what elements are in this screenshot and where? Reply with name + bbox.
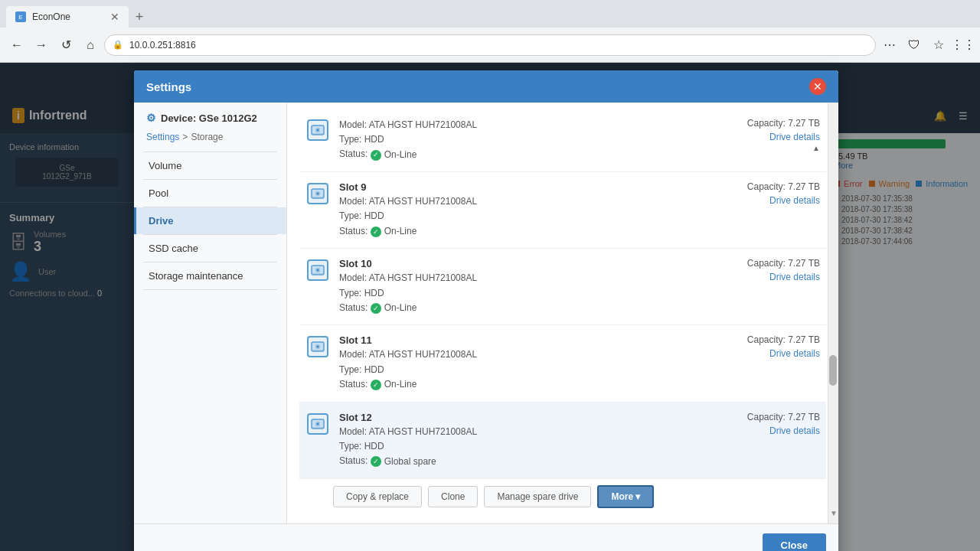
svg-point-2 — [317, 129, 318, 131]
svg-rect-19 — [312, 427, 323, 428]
status-badge: ✓ On-Line — [371, 301, 417, 315]
browser-tab-active[interactable]: E EconOne ✕ — [6, 6, 129, 28]
drive-detail-3: Model: ATA HGST HUH721008ALType: HDDStat… — [339, 347, 719, 392]
drive-details-link-0[interactable]: Drive details — [728, 132, 820, 142]
modal-device-title: ⚙ Device: GSe 1012G2 — [134, 103, 286, 129]
breadcrumb: Settings > Storage — [134, 129, 286, 152]
address-bar[interactable]: 🔒 10.0.0.251:8816 — [104, 34, 876, 56]
status-dot-icon: ✓ — [371, 380, 381, 390]
breadcrumb-settings[interactable]: Settings — [146, 132, 179, 142]
drive-info-0: Model: ATA HGST HUH721008ALType: HDDStat… — [339, 118, 719, 162]
capacity-text-4: Capacity: 7.27 TB — [728, 412, 820, 422]
drive-item-4[interactable]: Slot 12Model: ATA HGST HUH721008ALType: … — [299, 403, 826, 479]
drive-detail-1: Model: ATA HGST HUH721008ALType: HDDStat… — [339, 194, 719, 239]
browser-toolbar: ← → ↺ ⌂ 🔒 10.0.0.251:8816 ⋯ 🛡 ☆ ⋮⋮ — [0, 28, 980, 63]
drive-slot-label-3: Slot 11 — [339, 334, 719, 346]
status-dot-icon: ✓ — [371, 150, 381, 161]
action-btn-3[interactable]: More ▾ — [597, 485, 654, 508]
address-text: 10.0.0.251:8816 — [129, 40, 196, 51]
action-row: Copy & replaceCloneManage spare driveMor… — [333, 479, 826, 511]
drive-info-4: Slot 12Model: ATA HGST HUH721008ALType: … — [339, 412, 719, 469]
tab-close-icon[interactable]: ✕ — [110, 11, 119, 23]
drive-icon-0 — [305, 118, 330, 142]
modal-header: Settings ✕ — [134, 70, 838, 103]
browser-toolbar-right: ⋯ 🛡 ☆ ⋮⋮ — [879, 34, 974, 56]
drive-detail-0: Model: ATA HGST HUH721008ALType: HDDStat… — [339, 118, 719, 162]
drive-capacity-4: Capacity: 7.27 TBDrive details — [728, 412, 820, 436]
drive-detail-2: Model: ATA HGST HUH721008ALType: HDDStat… — [339, 271, 719, 315]
status-badge: ✓ On-Line — [371, 377, 417, 392]
sidebar-divider-6 — [143, 289, 277, 290]
drive-detail-4: Model: ATA HGST HUH721008ALType: HDDStat… — [339, 425, 719, 469]
svg-rect-3 — [312, 133, 323, 134]
browser-menu-icon[interactable]: ⋮⋮ — [952, 34, 974, 56]
action-btn-1[interactable]: Clone — [428, 486, 478, 507]
modal-main-content: Model: ATA HGST HUH721008ALType: HDDStat… — [287, 103, 838, 523]
collapse-icon-0[interactable] — [728, 142, 820, 153]
sidebar-item-drive[interactable]: Drive — [134, 207, 286, 234]
close-button[interactable]: Close — [763, 533, 826, 551]
sidebar-item-pool[interactable]: Pool — [134, 180, 286, 207]
svg-rect-11 — [312, 273, 323, 274]
modal-sidebar: ⚙ Device: GSe 1012G2 Settings > Storage … — [134, 103, 287, 523]
sidebar-item-ssdcache[interactable]: SSD cache — [134, 235, 286, 262]
dropdown-arrow-icon: ▾ — [635, 491, 640, 502]
scroll-thumb[interactable] — [829, 355, 837, 386]
modal-body: ⚙ Device: GSe 1012G2 Settings > Storage … — [134, 103, 838, 523]
hdd-disk-icon — [307, 336, 328, 357]
tab-favicon: E — [15, 11, 26, 22]
gear-icon: ⚙ — [146, 112, 156, 124]
extensions-icon[interactable]: ⋯ — [879, 34, 900, 56]
forward-button[interactable]: → — [31, 34, 52, 56]
shield-icon[interactable]: 🛡 — [903, 34, 925, 56]
browser-chrome: E EconOne ✕ + ← → ↺ ⌂ 🔒 10.0.0.251:8816 … — [0, 0, 980, 63]
svg-point-10 — [317, 269, 318, 271]
home-button[interactable]: ⌂ — [80, 34, 101, 56]
action-btn-0[interactable]: Copy & replace — [333, 486, 422, 507]
drive-item-0[interactable]: Model: ATA HGST HUH721008ALType: HDDStat… — [299, 109, 826, 172]
drive-slot-label-1: Slot 9 — [339, 181, 719, 193]
drive-slot-label-4: Slot 12 — [339, 412, 719, 423]
refresh-button[interactable]: ↺ — [55, 34, 77, 56]
drive-details-link-3[interactable]: Drive details — [728, 348, 820, 359]
sidebar-item-storage-maintenance[interactable]: Storage maintenance — [134, 262, 286, 289]
capacity-text-0: Capacity: 7.27 TB — [728, 118, 820, 129]
status-badge: ✓ On-Line — [371, 224, 417, 239]
breadcrumb-separator: > — [182, 132, 188, 142]
drive-item-1[interactable]: Slot 9Model: ATA HGST HUH721008ALType: H… — [299, 172, 826, 249]
drive-item-2[interactable]: Slot 10Model: ATA HGST HUH721008ALType: … — [299, 249, 826, 325]
star-icon[interactable]: ☆ — [928, 34, 949, 56]
scroll-track[interactable]: ▼ — [828, 103, 838, 523]
drive-item-3[interactable]: Slot 11Model: ATA HGST HUH721008ALType: … — [299, 325, 826, 402]
capacity-text-3: Capacity: 7.27 TB — [728, 334, 820, 345]
svg-point-14 — [317, 346, 318, 347]
hdd-disk-icon — [307, 413, 328, 435]
new-tab-button[interactable]: + — [129, 6, 150, 28]
action-btn-2[interactable]: Manage spare drive — [484, 486, 591, 507]
modal-close-button[interactable]: ✕ — [809, 78, 826, 95]
sidebar-item-volume[interactable]: Volume — [134, 152, 286, 179]
drive-capacity-0: Capacity: 7.27 TBDrive details — [728, 118, 820, 153]
hdd-disk-icon — [307, 183, 328, 204]
capacity-text-2: Capacity: 7.27 TB — [728, 258, 820, 269]
status-badge: ✓ Global spare — [371, 455, 436, 469]
modal-title: Settings — [146, 80, 191, 93]
drive-details-link-2[interactable]: Drive details — [728, 272, 820, 282]
drive-icon-1 — [305, 181, 330, 206]
status-dot-icon: ✓ — [371, 303, 381, 314]
drive-details-link-4[interactable]: Drive details — [728, 425, 820, 436]
capacity-text-1: Capacity: 7.27 TB — [728, 181, 820, 192]
action-row-wrapper: Copy & replaceCloneManage spare driveMor… — [299, 479, 826, 517]
scroll-down-btn[interactable]: ▼ — [830, 509, 838, 517]
back-button[interactable]: ← — [6, 34, 28, 56]
drive-icon-2 — [305, 258, 330, 282]
hdd-disk-icon — [307, 259, 328, 281]
drive-slot-label-2: Slot 10 — [339, 258, 719, 269]
drive-info-2: Slot 10Model: ATA HGST HUH721008ALType: … — [339, 258, 719, 315]
modal-footer: Close — [134, 523, 838, 551]
hdd-disk-icon — [307, 119, 328, 141]
drive-capacity-2: Capacity: 7.27 TBDrive details — [728, 258, 820, 282]
browser-tabs: E EconOne ✕ + — [0, 0, 980, 28]
svg-point-6 — [317, 193, 318, 194]
drive-details-link-1[interactable]: Drive details — [728, 195, 820, 206]
